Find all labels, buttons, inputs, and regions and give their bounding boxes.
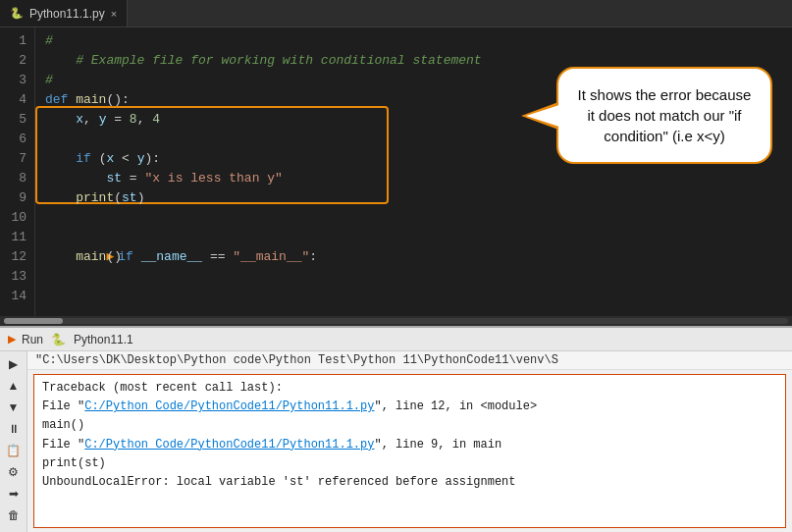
code-line-14 [45,287,792,306]
run-arrow-button[interactable]: ➡ [3,485,25,503]
file1-prefix: File " [42,399,84,413]
file2-line: File "C:/Python Code/PythonCode11/Python… [42,436,777,454]
run-header: ▶ Run 🐍 Python11.1 [0,328,792,351]
run-output-area: "C:\Users\DK\Desktop\Python code\Python … [27,351,792,532]
main-call-line: main() [42,416,777,435]
scrollbar-track[interactable] [4,318,788,324]
file1-link[interactable]: C:/Python Code/PythonCode11/Python11.1.p… [84,399,374,413]
run-divider: 🐍 [51,333,66,346]
run-sidebar: ▶ ▲ ▼ ⏸ 📋 ⚙ ➡ 🗑 [0,351,27,532]
run-pause-button[interactable]: ⏸ [3,420,25,438]
file1-line: File "C:/Python Code/PythonCode11/Python… [42,398,777,416]
run-label: Run [22,333,43,346]
file2-link[interactable]: C:/Python Code/PythonCode11/Python11.1.p… [84,438,374,452]
run-error-box: Traceback (most recent call last): File … [33,374,786,528]
code-line-12: main() [45,247,792,267]
run-body: ▶ ▲ ▼ ⏸ 📋 ⚙ ➡ 🗑 "C:\Users\DK\Desktop\Pyt… [0,351,792,532]
error-message-line: UnboundLocalError: local variable 'st' r… [42,473,777,492]
code-line-9: print(st) [45,188,792,208]
line-numbers: 1 2 3 4 5 6 7 8 9 10 11 12 13 14 [0,27,35,316]
run-path-line: "C:\Users\DK\Desktop\Python code\Python … [27,351,792,370]
traceback-line: Traceback (most recent call last): [42,379,777,398]
file1-suffix: ", line 12, in <module> [374,399,537,413]
print-st-line: print(st) [42,454,777,473]
run-settings-button[interactable]: ⚙ [3,463,25,481]
code-area[interactable]: # # Example file for working with condit… [35,27,792,316]
code-line-8: st = "x is less than y" [45,169,792,188]
tab-filename: Python11.1.py [29,7,105,21]
editor-area: 1 2 3 4 5 6 7 8 9 10 11 12 13 14 # # Exa… [0,27,792,326]
run-up-button[interactable]: ▲ [3,377,25,395]
file2-suffix: ", line 9, in main [374,438,502,452]
python-icon: 🐍 [10,7,24,20]
run-panel: ▶ Run 🐍 Python11.1 ▶ ▲ ▼ ⏸ 📋 ⚙ ➡ 🗑 "C:\U… [0,326,792,532]
code-line-1: # [45,31,792,51]
file2-prefix: File " [42,438,84,452]
code-line-11: ▶if __name__ == "__main__": [45,228,792,247]
run-filename: Python11.1 [74,333,133,346]
run-play-button[interactable]: ▶ [3,355,25,373]
run-trash-button[interactable]: 🗑 [3,506,25,524]
tab-close-icon[interactable]: × [111,8,117,20]
run-copy-button[interactable]: 📋 [3,442,25,459]
editor-tab[interactable]: 🐍 Python11.1.py × [0,0,128,27]
code-line-13 [45,267,792,287]
tab-bar: 🐍 Python11.1.py × [0,0,792,27]
editor-content: 1 2 3 4 5 6 7 8 9 10 11 12 13 14 # # Exa… [0,27,792,316]
run-down-button[interactable]: ▼ [3,399,25,416]
run-icon: ▶ [8,333,16,346]
editor-scrollbar[interactable] [0,316,792,326]
scrollbar-thumb[interactable] [4,318,63,324]
callout-text: It shows the error because it does not m… [578,86,752,144]
code-line-10 [45,208,792,228]
callout-bubble: It shows the error because it does not m… [556,67,772,164]
